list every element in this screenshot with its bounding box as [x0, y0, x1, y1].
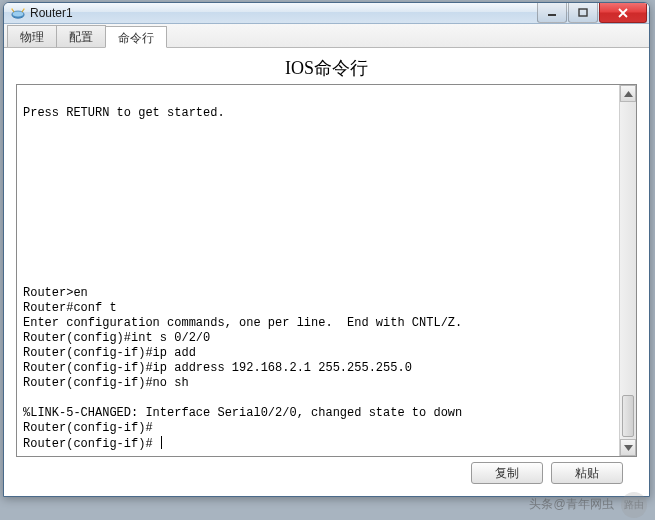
term-line: Router(config-if)# — [23, 437, 160, 451]
tab-content: IOS命令行 Press RETURN to get started. Rout… — [4, 48, 649, 497]
bottom-bar: 复制 粘贴 — [16, 457, 637, 493]
titlebar[interactable]: Router1 — [4, 3, 649, 24]
router-icon — [10, 5, 26, 21]
app-window: Router1 物理 配置 命令行 IOS命令行 Press RETURN to… — [3, 2, 650, 497]
tabstrip: 物理 配置 命令行 — [4, 24, 649, 48]
terminal-cursor — [161, 436, 162, 449]
term-line: Router(config-if)# — [23, 421, 153, 435]
minimize-button[interactable] — [537, 3, 567, 23]
terminal[interactable]: Press RETURN to get started. Router>en R… — [17, 85, 619, 456]
scroll-up-button[interactable] — [620, 85, 636, 102]
svg-rect-4 — [548, 14, 556, 16]
term-line: Router>en — [23, 286, 88, 300]
copy-button[interactable]: 复制 — [471, 462, 543, 484]
scrollbar[interactable] — [619, 85, 636, 456]
term-line: Router#conf t — [23, 301, 117, 315]
maximize-button[interactable] — [568, 3, 598, 23]
scroll-track[interactable] — [620, 102, 636, 439]
watermark: 头条@青年网虫 路由器 — [529, 492, 647, 518]
svg-point-2 — [11, 8, 13, 10]
term-line: Router(config-if)#no sh — [23, 376, 189, 390]
client-area: 物理 配置 命令行 IOS命令行 Press RETURN to get sta… — [4, 24, 649, 497]
window-title: Router1 — [30, 6, 536, 20]
close-button[interactable] — [599, 3, 647, 23]
paste-button[interactable]: 粘贴 — [551, 462, 623, 484]
term-line: Press RETURN to get started. — [23, 106, 225, 120]
tab-cli[interactable]: 命令行 — [105, 26, 167, 48]
tab-physical[interactable]: 物理 — [7, 25, 57, 47]
scroll-thumb[interactable] — [622, 395, 634, 437]
term-line: %LINK-5-CHANGED: Interface Serial0/2/0, … — [23, 406, 462, 420]
window-controls — [536, 3, 647, 23]
term-line: Router(config-if)#ip add — [23, 346, 196, 360]
tab-config[interactable]: 配置 — [56, 25, 106, 47]
watermark-text: 头条@青年网虫 — [529, 497, 613, 511]
svg-point-3 — [23, 8, 25, 10]
terminal-container: Press RETURN to get started. Router>en R… — [16, 84, 637, 457]
watermark-icon: 路由器 — [621, 492, 647, 518]
term-line: Enter configuration commands, one per li… — [23, 316, 462, 330]
page-title: IOS命令行 — [16, 56, 637, 80]
svg-rect-5 — [579, 9, 587, 16]
term-line: Router(config-if)#ip address 192.168.2.1… — [23, 361, 412, 375]
term-line: Router(config)#int s 0/2/0 — [23, 331, 210, 345]
scroll-down-button[interactable] — [620, 439, 636, 456]
